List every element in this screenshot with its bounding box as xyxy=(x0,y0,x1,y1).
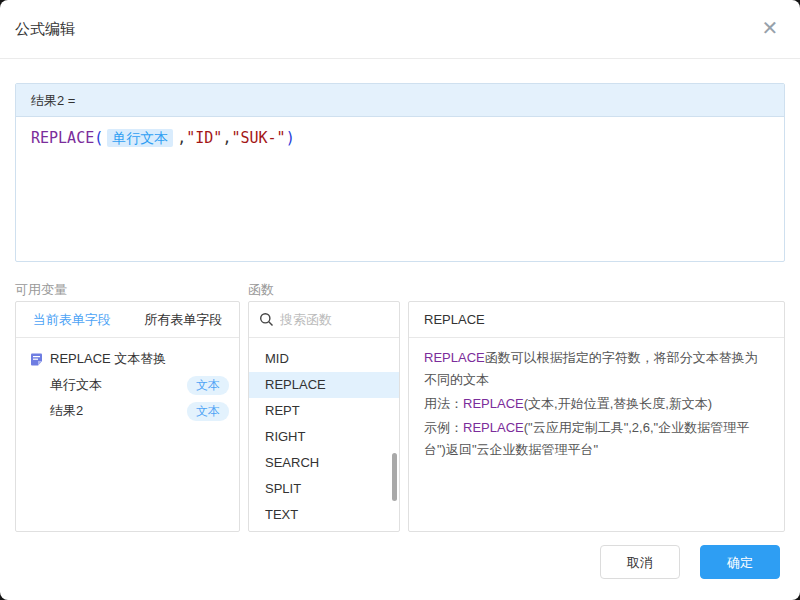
search-icon xyxy=(259,312,274,327)
form-file-icon xyxy=(30,353,43,366)
description-text: 示例： xyxy=(424,420,463,435)
variables-section-label: 可用变量 xyxy=(15,281,67,299)
dialog-title: 公式编辑 xyxy=(15,20,75,39)
formula-editor[interactable]: REPLACE(单行文本,"ID","SUK-") xyxy=(16,117,784,261)
formula-result-label: 结果2 = xyxy=(16,84,784,117)
close-icon[interactable]: ✕ xyxy=(758,16,782,40)
description-example-line: 示例：REPLACE("云应用定制工具",2,6,"企业数据管理平台")返回"云… xyxy=(424,417,769,461)
function-item-selected[interactable]: REPLACE xyxy=(249,372,399,398)
formula-box: 结果2 = REPLACE(单行文本,"ID","SUK-") xyxy=(15,83,785,262)
formula-comma: , xyxy=(177,129,186,147)
function-search-row xyxy=(249,302,399,338)
formula-function-name: REPLACE xyxy=(31,129,94,147)
functions-panel: MID REPLACE REPT RIGHT SEARCH SPLIT TEXT… xyxy=(248,301,400,532)
description-keyword: REPLACE xyxy=(463,420,524,435)
description-text: (文本,开始位置,替换长度,新文本) xyxy=(524,396,713,411)
description-keyword: REPLACE xyxy=(463,396,524,411)
formula-edit-dialog: 公式编辑 ✕ 结果2 = REPLACE(单行文本,"ID","SUK-") 可… xyxy=(0,0,800,600)
function-list-scrollbar[interactable] xyxy=(392,453,397,501)
variables-panel: 当前表单字段 所有表单字段 REPLACE 文本替换 单行文本 文本 结果2 文… xyxy=(15,301,240,532)
variables-list: REPLACE 文本替换 单行文本 文本 结果2 文本 xyxy=(16,338,239,424)
variable-type-badge: 文本 xyxy=(187,376,229,395)
formula-string-arg: "ID" xyxy=(186,129,222,147)
description-line: REPLACE函数可以根据指定的字符数，将部分文本替换为不同的文本 xyxy=(424,347,769,391)
tab-all-form-fields[interactable]: 所有表单字段 xyxy=(128,302,240,337)
function-description-body: REPLACE函数可以根据指定的字符数，将部分文本替换为不同的文本 用法：REP… xyxy=(409,338,784,472)
variable-row[interactable]: 单行文本 文本 xyxy=(16,372,239,398)
tab-current-form-fields[interactable]: 当前表单字段 xyxy=(16,302,128,337)
variables-tabs: 当前表单字段 所有表单字段 xyxy=(16,302,239,338)
confirm-button[interactable]: 确定 xyxy=(700,545,780,579)
variable-type-badge: 文本 xyxy=(187,402,229,421)
function-item[interactable]: REPT xyxy=(249,398,399,424)
formula-open-paren: ( xyxy=(94,129,103,147)
variable-row[interactable]: 结果2 文本 xyxy=(16,398,239,424)
title-divider xyxy=(0,58,800,59)
variable-group-label: REPLACE 文本替换 xyxy=(50,350,166,368)
cancel-button[interactable]: 取消 xyxy=(600,545,680,579)
description-keyword: REPLACE xyxy=(424,350,485,365)
variable-name: 单行文本 xyxy=(50,376,102,394)
function-item[interactable]: MID xyxy=(249,346,399,372)
function-item[interactable]: SPLIT xyxy=(249,476,399,502)
variable-group-row[interactable]: REPLACE 文本替换 xyxy=(16,346,239,372)
description-usage-line: 用法：REPLACE(文本,开始位置,替换长度,新文本) xyxy=(424,393,769,415)
functions-section-label: 函数 xyxy=(248,281,274,299)
function-item[interactable]: SEARCH xyxy=(249,450,399,476)
formula-close-paren: ) xyxy=(286,129,295,147)
function-item[interactable]: TRIM xyxy=(249,528,399,531)
variable-name: 结果2 xyxy=(50,402,83,420)
formula-string-arg: "SUK-" xyxy=(231,129,285,147)
search-functions-input[interactable] xyxy=(280,312,389,327)
function-description-title: REPLACE xyxy=(409,302,784,338)
function-list: MID REPLACE REPT RIGHT SEARCH SPLIT TEXT… xyxy=(249,338,399,531)
formula-field-token[interactable]: 单行文本 xyxy=(107,129,173,147)
function-item[interactable]: TEXT xyxy=(249,502,399,528)
function-item[interactable]: RIGHT xyxy=(249,424,399,450)
description-text: 用法： xyxy=(424,396,463,411)
function-description-panel: REPLACE REPLACE函数可以根据指定的字符数，将部分文本替换为不同的文… xyxy=(408,301,785,532)
